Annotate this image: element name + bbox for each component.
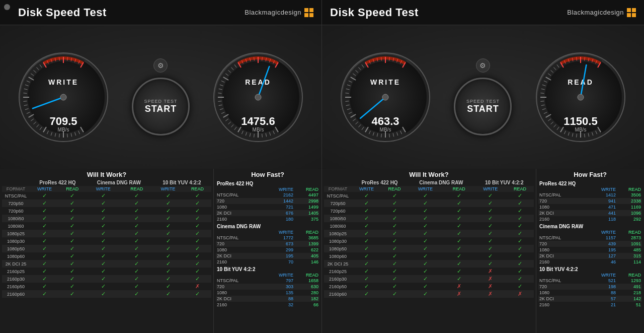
- center-controls: ⚙ SPEED TEST START: [132, 58, 190, 136]
- close-button[interactable]: [4, 4, 10, 10]
- how-fast-row: 2K DCI 441 1096: [538, 210, 642, 216]
- how-fast-title: How Fast?: [538, 169, 642, 179]
- read-gauge: READ 1475.6 MB/s: [210, 49, 306, 145]
- svg-point-93: [255, 94, 261, 100]
- how-fast-row: NTSC/PAL 2162 4497: [216, 192, 319, 198]
- header-left: Disk Speed Test Blackmagicdesign: [0, 0, 321, 25]
- svg-text:MB/s: MB/s: [575, 127, 587, 132]
- how-fast-row: 2160 70 146: [216, 259, 319, 265]
- how-fast-sub-header: WRITE READ: [216, 273, 319, 278]
- table-row: 1080p25✓✓✓✓✓✓: [2, 230, 211, 237]
- how-fast-group-label: ProRes 422 HQ: [216, 179, 319, 187]
- how-fast-group-label: 10 Bit YUV 4:2:2: [216, 265, 319, 273]
- gear-icon: ⚙: [479, 61, 486, 70]
- how-fast-sub-header: WRITE READ: [538, 187, 642, 192]
- svg-text:WRITE: WRITE: [370, 78, 400, 86]
- bmd-logo: Blackmagicdesign: [567, 8, 636, 17]
- speed-test-label: SPEED TEST: [466, 99, 500, 104]
- table-row: Will It Work? ProRes 422 HQ Cinema DNG R…: [0, 169, 321, 333]
- how-fast-row: 2K DCI 88 182: [216, 296, 319, 302]
- svg-point-141: [382, 94, 388, 100]
- speed-test-start: START: [145, 104, 177, 114]
- how-fast-row: 720 673 1399: [216, 241, 319, 247]
- table-row: 1080p60✓✓✓✓✓✓: [324, 252, 534, 260]
- how-fast-group-label: Cinema DNG RAW: [216, 222, 319, 230]
- table-row: 720p60✓✓✓✓✓✓: [324, 207, 534, 215]
- how-fast-row: NTSC/PAL 1772 3685: [216, 235, 319, 241]
- table-row: 720p60✓✓✓✓✓✓: [2, 207, 211, 215]
- will-it-work-table: ProRes 422 HQ Cinema DNG RAW 10 Bit YUV …: [2, 179, 211, 298]
- speed-test-label: SPEED TEST: [144, 99, 178, 104]
- how-fast-row: 720 941 2338: [538, 198, 642, 204]
- table-row: Will It Work? ProRes 422 HQ Cinema DNG R…: [322, 169, 644, 333]
- svg-text:MB/s: MB/s: [57, 127, 69, 132]
- table-row: 2160p25✓✓✓✓✗✓: [324, 268, 534, 275]
- how-fast-row: NTSC/PAL 521 1293: [538, 278, 642, 284]
- gear-button[interactable]: ⚙: [153, 58, 168, 73]
- table-row: 1080i50✓✓✓✓✓✓: [324, 215, 534, 222]
- speed-test-button[interactable]: SPEED TEST START: [132, 78, 190, 136]
- how-fast-sub-header: WRITE READ: [538, 230, 642, 235]
- table-row: 1080p50✓✓✓✓✓✓: [324, 245, 534, 252]
- table-row: 1080i60✓✓✓✓✓✓: [324, 222, 534, 230]
- how-fast-section: How Fast?ProRes 422 HQ WRITE READ NTSC/P…: [536, 169, 644, 333]
- how-fast-row: 2K DCI 127 315: [538, 253, 642, 259]
- table-row: 2160p60✓✓✓✓✓✓: [2, 290, 211, 298]
- how-fast-row: 1080 471 1169: [538, 204, 642, 210]
- table-row: 2160p50✓✓✓✗✗✓: [324, 283, 534, 290]
- header-title: Disk Speed Test: [330, 6, 419, 19]
- svg-text:READ: READ: [568, 78, 594, 86]
- table-row: 2K DCI 25✓✓✓✓✓✓: [324, 260, 534, 268]
- how-fast-row: NTSC/PAL 1157 2873: [538, 235, 642, 241]
- bmd-logo-text: Blackmagicdesign: [245, 9, 301, 16]
- how-fast-row: 720 198 491: [538, 284, 642, 290]
- bmd-logo-text: Blackmagicdesign: [567, 9, 624, 16]
- how-fast-row: 1080 299 622: [216, 247, 319, 253]
- how-fast-group-label: 10 Bit YUV 4:2:2: [538, 265, 642, 273]
- how-fast-group-label: Cinema DNG RAW: [538, 222, 642, 230]
- speed-test-button[interactable]: SPEED TEST START: [454, 78, 512, 136]
- table-row: 1080i60✓✓✓✓✓✓: [2, 222, 211, 230]
- panel-right: Disk Speed Test Blackmagicdesign WRITE: [322, 0, 644, 333]
- table-row: 2160p25✓✓✓✓✓✓: [2, 268, 211, 275]
- table-row: 1080i50✓✓✓✓✓✓: [2, 215, 211, 222]
- table-row: 1080p50✓✓✓✓✓✓: [2, 245, 211, 252]
- write-gauge: WRITE 709.5 MB/s: [16, 49, 111, 145]
- svg-text:WRITE: WRITE: [48, 78, 78, 86]
- how-fast-title: How Fast?: [216, 169, 319, 179]
- header-title: Disk Speed Test: [8, 6, 107, 19]
- table-row: NTSC/PAL✓✓✓✓✓✓: [324, 192, 534, 199]
- gear-button[interactable]: ⚙: [476, 58, 490, 73]
- svg-text:1150.5: 1150.5: [564, 115, 597, 127]
- table-row: 2160p50✓✓✓✓✓✗: [2, 283, 211, 290]
- how-fast-section: How Fast?ProRes 422 HQ WRITE READ NTSC/P…: [213, 169, 321, 333]
- will-it-work-title: Will It Work?: [324, 169, 534, 179]
- how-fast-row: 720 303 630: [216, 284, 319, 290]
- svg-point-45: [60, 94, 66, 100]
- table-row: 2160p30✓✓✓✓✓✓: [2, 275, 211, 283]
- how-fast-row: 2K DCI 195 405: [216, 253, 319, 259]
- how-fast-row: 2160 32 66: [216, 302, 319, 308]
- how-fast-row: 2160 180 375: [216, 216, 319, 222]
- how-fast-sub-header: WRITE READ: [216, 187, 319, 192]
- svg-text:463.3: 463.3: [371, 115, 399, 127]
- svg-text:709.5: 709.5: [49, 115, 77, 127]
- header-right: Disk Speed Test Blackmagicdesign: [322, 0, 644, 25]
- will-it-work-section: Will It Work? ProRes 422 HQ Cinema DNG R…: [0, 169, 213, 333]
- how-fast-sub-header: WRITE READ: [216, 230, 319, 235]
- how-fast-row: 2160 21 51: [538, 302, 642, 308]
- will-it-work-section: Will It Work? ProRes 422 HQ Cinema DNG R…: [322, 169, 536, 333]
- table-row: 1080p30✓✓✓✓✓✓: [2, 237, 211, 245]
- table-row: 1080p60✓✓✓✓✓✓: [2, 252, 211, 260]
- panel-left: Disk Speed Test Blackmagicdesign WRITE: [0, 0, 322, 333]
- speed-test-start: START: [467, 104, 499, 114]
- how-fast-row: NTSC/PAL 1412 3506: [538, 192, 642, 198]
- table-section: Will It Work? ProRes 422 HQ Cinema DNG R…: [322, 169, 644, 333]
- how-fast-row: 720 439 1091: [538, 241, 642, 247]
- how-fast-row: 2K DCI 57 142: [538, 296, 642, 302]
- how-fast-row: 2K DCI 676 1405: [216, 210, 319, 216]
- svg-text:1475.6: 1475.6: [242, 115, 275, 127]
- bmd-logo: Blackmagicdesign: [245, 8, 313, 17]
- how-fast-row: 2160 118 292: [538, 216, 642, 222]
- how-fast-row: 2160 46 114: [538, 259, 642, 265]
